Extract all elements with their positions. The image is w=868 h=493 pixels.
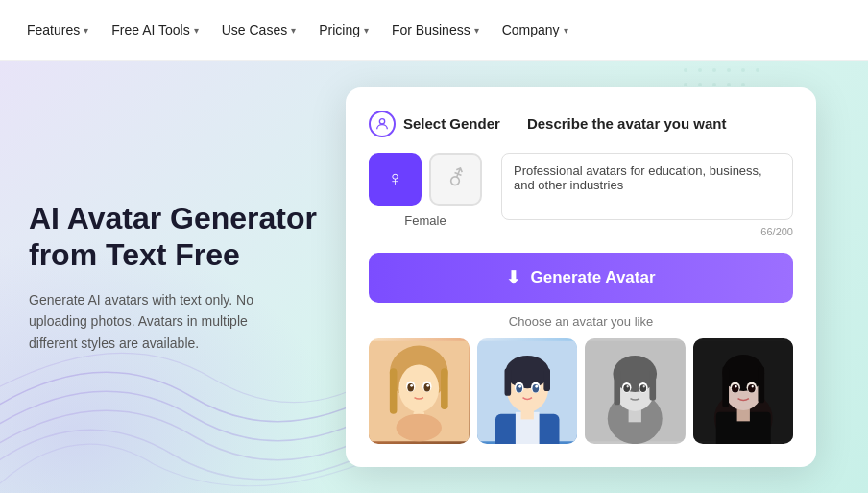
svg-point-31	[426, 383, 429, 386]
chevron-down-icon: ▾	[291, 25, 296, 36]
chevron-down-icon: ▾	[84, 25, 88, 36]
svg-point-20	[379, 118, 384, 123]
svg-point-45	[532, 383, 539, 392]
svg-point-74	[751, 385, 753, 387]
svg-point-28	[407, 382, 414, 391]
svg-point-60	[643, 385, 645, 387]
female-gender-button[interactable]: ♀	[369, 153, 422, 206]
navbar: Features ▾ Free AI Tools ▾ Use Cases ▾ P…	[0, 0, 868, 61]
svg-point-73	[735, 385, 736, 387]
nav-for-business[interactable]: For Business ▾	[380, 0, 491, 60]
svg-point-0	[684, 68, 687, 72]
gender-selector: ♀ ⚦ Female	[369, 153, 482, 228]
svg-point-10	[741, 83, 745, 86]
svg-point-2	[712, 68, 716, 72]
gender-options: ♀ ⚦	[369, 153, 482, 206]
svg-point-3	[727, 68, 731, 72]
svg-rect-40	[504, 368, 511, 396]
svg-point-44	[516, 383, 522, 392]
svg-point-29	[423, 382, 430, 391]
svg-rect-23	[390, 368, 398, 414]
female-label: Female	[404, 213, 446, 228]
person-icon	[369, 111, 396, 137]
svg-point-4	[741, 68, 745, 72]
card-header: Select Gender Describe the avatar you wa…	[369, 111, 793, 137]
hero-title: AI Avatar Generator from Text Free	[29, 200, 317, 274]
svg-rect-68	[758, 366, 764, 403]
svg-rect-67	[722, 366, 729, 407]
svg-point-1	[698, 68, 702, 72]
nav-free-ai-tools[interactable]: Free AI Tools ▾	[100, 0, 209, 60]
svg-rect-64	[736, 408, 749, 421]
hero-subtitle: Generate AI avatars with text only. No u…	[29, 289, 298, 354]
char-count: 66/200	[501, 226, 793, 237]
svg-point-71	[731, 383, 738, 392]
svg-point-72	[748, 383, 756, 392]
avatar-svg-1	[369, 338, 470, 444]
hero-section: AI Avatar Generator from Text Free Gener…	[0, 61, 868, 493]
select-gender-label: Select Gender	[403, 115, 500, 132]
nav-pricing[interactable]: Pricing ▾	[307, 0, 380, 60]
choose-label: Choose an avatar you like	[369, 314, 793, 329]
svg-point-25	[398, 364, 439, 411]
avatar-svg-2	[477, 338, 578, 444]
nav-use-cases[interactable]: Use Cases ▾	[210, 0, 307, 60]
describe-textarea[interactable]: Professional avatars for education, busi…	[501, 153, 793, 220]
hero-text-block: AI Avatar Generator from Text Free Gener…	[0, 161, 346, 392]
describe-area: Professional avatars for education, busi…	[501, 153, 793, 237]
svg-rect-54	[649, 368, 656, 400]
male-symbol: ⚦	[447, 166, 465, 191]
describe-label: Describe the avatar you want	[527, 115, 727, 132]
avatar-thumb-3[interactable]	[585, 338, 686, 444]
svg-point-39	[505, 355, 549, 387]
card-body: ♀ ⚦ Female Professional avatars for educ…	[369, 153, 793, 237]
chevron-down-icon: ▾	[564, 25, 568, 36]
avatar-thumb-2[interactable]	[477, 338, 578, 444]
svg-rect-24	[441, 368, 448, 409]
svg-point-8	[712, 83, 716, 86]
download-icon: ⬇	[506, 267, 520, 288]
chevron-down-icon: ▾	[364, 25, 369, 36]
svg-rect-41	[543, 368, 550, 391]
svg-point-59	[627, 385, 629, 387]
female-symbol: ♀	[387, 166, 403, 191]
svg-point-7	[698, 83, 702, 86]
generate-avatar-button[interactable]: ⬇ Generate Avatar	[369, 253, 793, 303]
nav-company[interactable]: Company ▾	[491, 0, 580, 60]
svg-point-30	[410, 383, 413, 386]
avatar-svg-4	[693, 338, 794, 444]
svg-point-58	[639, 384, 646, 392]
avatar-svg-3	[585, 338, 686, 444]
svg-point-9	[727, 83, 731, 86]
chevron-down-icon: ▾	[194, 25, 199, 36]
svg-point-46	[518, 384, 521, 387]
svg-point-5	[756, 68, 760, 72]
nav-features[interactable]: Features ▾	[15, 0, 100, 60]
avatar-row	[369, 338, 793, 444]
avatar-generator-card: Select Gender Describe the avatar you wa…	[346, 87, 816, 467]
svg-point-6	[684, 83, 687, 86]
svg-point-33	[397, 413, 443, 441]
svg-point-47	[535, 384, 538, 387]
chevron-down-icon: ▾	[474, 25, 479, 36]
male-gender-button[interactable]: ⚦	[429, 153, 482, 206]
svg-rect-53	[614, 368, 620, 405]
svg-point-57	[623, 384, 630, 392]
avatar-thumb-4[interactable]	[693, 338, 794, 444]
avatar-thumb-1[interactable]	[369, 338, 470, 444]
